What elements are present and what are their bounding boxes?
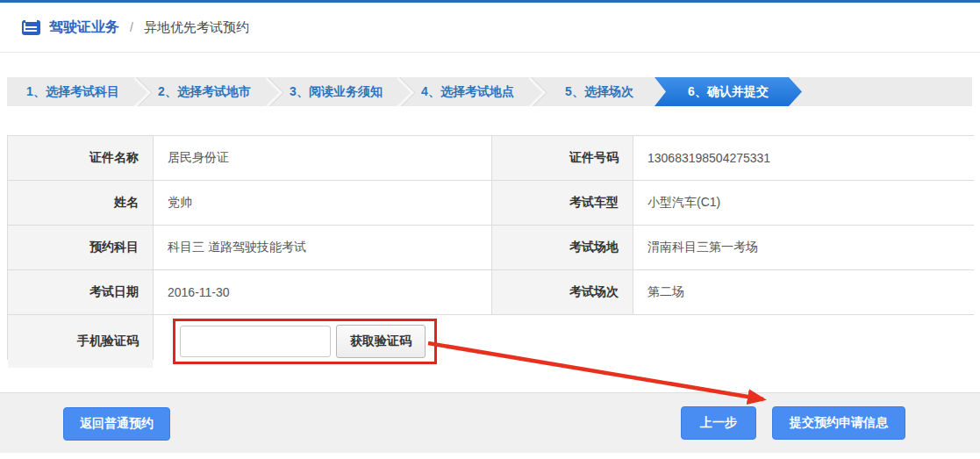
field-value-subject: 科目三 道路驾驶技能考试 (154, 226, 491, 269)
field-value-vehicle-type: 小型汽车(C1) (633, 181, 974, 225)
step-1: 1、选择考试科目 (7, 77, 139, 106)
header: 驾驶证业务 / 异地优先考试预约 (0, 3, 980, 53)
field-value-id-number: 130683198504275331 (633, 136, 974, 180)
field-value-exam-site: 渭南科目三第一考场 (633, 226, 974, 269)
get-sms-code-button[interactable]: 获取验证码 (336, 325, 426, 358)
red-highlight-box: 获取验证码 (173, 319, 437, 364)
sms-code-input[interactable] (180, 326, 331, 357)
step-3: 3、阅读业务须知 (270, 77, 402, 106)
field-value-name: 党帅 (154, 181, 491, 225)
field-label-name: 姓名 (8, 181, 153, 225)
sms-code-row: 获取验证码 (154, 315, 974, 368)
field-value-exam-session: 第二场 (633, 270, 974, 314)
field-label-exam-site: 考试场地 (492, 226, 633, 269)
breadcrumb-section[interactable]: 驾驶证业务 (49, 18, 119, 37)
previous-step-button[interactable]: 上一步 (681, 406, 756, 440)
footer-bar: 返回普通预约 上一步 提交预约申请信息 (0, 392, 980, 453)
step-4: 4、选择考试地点 (402, 77, 533, 106)
field-label-vehicle-type: 考试车型 (492, 181, 633, 225)
step-6-active: 6、确认并提交 (655, 77, 802, 106)
field-label-exam-session: 考试场次 (492, 270, 633, 314)
field-label-subject: 预约科目 (8, 226, 153, 269)
submit-booking-button[interactable]: 提交预约申请信息 (772, 406, 905, 440)
step-5: 5、选择场次 (533, 77, 665, 106)
back-to-normal-booking-button[interactable]: 返回普通预约 (63, 407, 170, 441)
field-label-id-number: 证件号码 (492, 136, 633, 180)
confirmation-table: 证件名称 居民身份证 证件号码 130683198504275331 姓名 党帅… (7, 135, 974, 360)
field-label-sms-code: 手机验证码 (8, 315, 153, 368)
page: 驾驶证业务 / 异地优先考试预约 1、选择考试科目 2、选择考试地市 3、阅读业… (0, 0, 980, 459)
field-value-id-type: 居民身份证 (154, 136, 491, 180)
field-label-exam-date: 考试日期 (8, 270, 153, 314)
field-value-exam-date: 2016-11-30 (154, 270, 491, 314)
page-title: 异地优先考试预约 (144, 19, 249, 36)
field-label-id-type: 证件名称 (8, 136, 153, 180)
breadcrumb-separator: / (130, 20, 133, 34)
step-2: 2、选择考试地市 (139, 77, 270, 106)
step-wizard: 1、选择考试科目 2、选择考试地市 3、阅读业务须知 4、选择考试地点 5、选择… (7, 77, 972, 106)
list-icon (22, 20, 40, 35)
